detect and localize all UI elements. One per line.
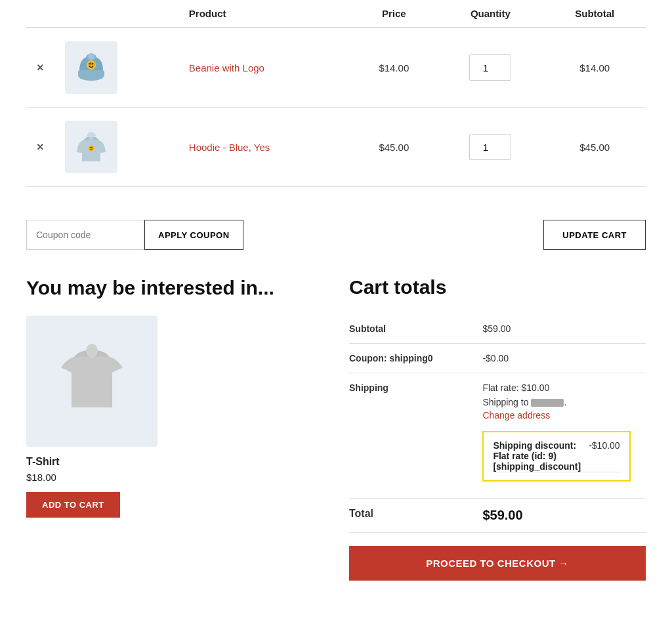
subtotal-label: Subtotal (349, 314, 482, 344)
coupon-section: APPLY COUPON (26, 220, 243, 250)
shipping-to: Shipping to. (482, 397, 646, 407)
svg-point-3 (88, 53, 94, 60)
totals-table: Subtotal $59.00 Coupon: shipping0 -$0.00… (349, 314, 646, 533)
shipping-discount-value: -$10.00 (589, 440, 620, 451)
bottom-section: You may be interested in... T-Shirt $18.… (26, 276, 646, 620)
update-cart-button[interactable]: UPDATE CART (543, 220, 646, 250)
hoodie-price: $45.00 (351, 108, 438, 187)
table-row: × (26, 108, 646, 187)
subtotal-value: $59.00 (482, 314, 646, 344)
svg-point-7 (91, 63, 93, 65)
cart-totals-section: Cart totals Subtotal $59.00 Coupon: ship… (349, 276, 646, 581)
remove-beanie-button[interactable]: × (37, 61, 44, 75)
tshirt-image (26, 316, 158, 447)
beanie-price: $14.00 (351, 28, 438, 108)
shipping-row: Shipping Flat rate: $10.00 Shipping to. … (349, 373, 646, 499)
cart-totals-heading: Cart totals (349, 276, 646, 299)
hoodie-quantity-input[interactable] (469, 134, 511, 160)
shipping-location-blurred (531, 399, 564, 407)
hoodie-subtotal: $45.00 (543, 108, 646, 187)
svg-rect-1 (78, 70, 104, 75)
hoodie-image (65, 121, 117, 173)
coupon-label: Coupon: shipping0 (349, 344, 482, 373)
svg-point-11 (90, 147, 91, 148)
beanie-link[interactable]: Beanie with Logo (189, 62, 264, 73)
shipping-discount-label: Shipping discount:Flat rate (id: 9)[ship… (493, 440, 581, 472)
shipping-details: Flat rate: $10.00 Shipping to. Change ad… (482, 373, 646, 499)
shipping-label: Shipping (349, 373, 482, 499)
subtotal-row: Subtotal $59.00 (349, 314, 646, 344)
beanie-image (65, 41, 117, 94)
svg-point-12 (91, 147, 93, 148)
recommendations: You may be interested in... T-Shirt $18.… (26, 276, 323, 581)
coupon-value: -$0.00 (482, 344, 646, 373)
cart-table: Product Price Quantity Subtotal × (26, 0, 646, 187)
apply-coupon-button[interactable]: APPLY COUPON (144, 220, 243, 250)
svg-point-6 (89, 63, 91, 65)
hoodie-name-cell: Hoodie - Blue, Yes (178, 108, 351, 187)
recommended-product-card: T-Shirt $18.00 ADD TO CART (26, 316, 171, 518)
add-to-cart-button[interactable]: ADD TO CART (26, 492, 120, 518)
coupon-input[interactable] (26, 220, 144, 250)
col-header-quantity: Quantity (437, 0, 543, 28)
beanie-quantity-input[interactable] (469, 54, 511, 81)
checkout-button[interactable]: PROCEED TO CHECKOUT → (349, 546, 646, 581)
beanie-subtotal: $14.00 (543, 28, 646, 108)
shipping-discount-box: Shipping discount:Flat rate (id: 9)[ship… (482, 431, 630, 482)
beanie-name-cell: Beanie with Logo (178, 28, 351, 108)
col-header-price: Price (351, 0, 438, 28)
tshirt-name: T-Shirt (26, 456, 171, 468)
col-header-subtotal: Subtotal (543, 0, 646, 28)
hoodie-link[interactable]: Hoodie - Blue, Yes (189, 142, 270, 153)
remove-hoodie-button[interactable]: × (37, 140, 44, 154)
coupon-row: Coupon: shipping0 -$0.00 (349, 344, 646, 373)
total-row: Total $59.00 (349, 499, 646, 533)
table-row: × (26, 28, 646, 108)
recommendations-heading: You may be interested in... (26, 276, 323, 300)
total-value: $59.00 (482, 499, 646, 533)
tshirt-price: $18.00 (26, 472, 171, 483)
change-address-link[interactable]: Change address (482, 410, 646, 421)
cart-actions: APPLY COUPON UPDATE CART (26, 207, 646, 276)
col-header-product: Product (178, 0, 351, 28)
total-label: Total (349, 499, 482, 533)
shipping-rate: Flat rate: $10.00 (482, 382, 646, 393)
